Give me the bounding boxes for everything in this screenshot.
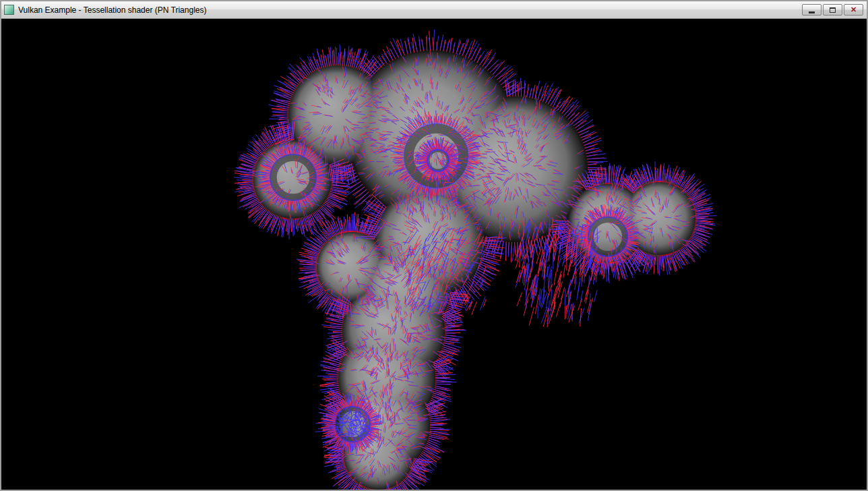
app-window: Vulkan Example - Tessellation shader (PN… — [0, 0, 868, 491]
minimize-button[interactable] — [802, 4, 822, 16]
titlebar[interactable]: Vulkan Example - Tessellation shader (PN… — [1, 1, 867, 19]
minimize-icon — [809, 11, 815, 13]
render-viewport[interactable] — [1, 19, 867, 490]
maximize-button[interactable] — [823, 4, 842, 16]
window-controls: ✕ — [802, 4, 864, 16]
maximize-icon — [830, 7, 836, 13]
vulkan-app-icon — [4, 5, 14, 15]
close-button[interactable]: ✕ — [844, 4, 863, 16]
window-title: Vulkan Example - Tessellation shader (PN… — [18, 5, 206, 15]
close-icon: ✕ — [850, 6, 857, 13]
client-area — [1, 19, 867, 490]
